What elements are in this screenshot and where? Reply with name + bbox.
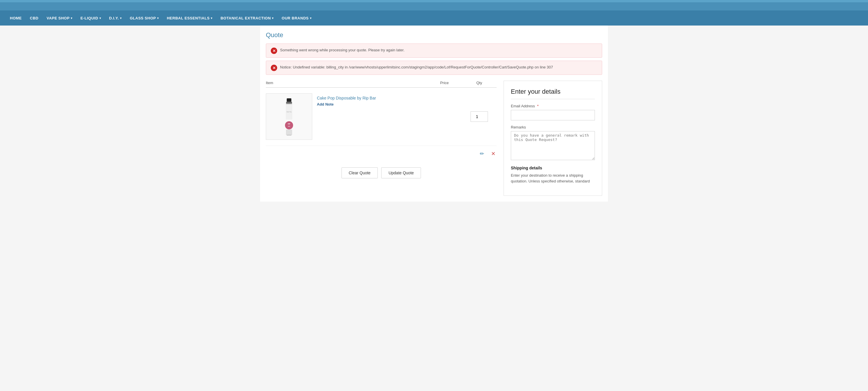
main-nav: HOME CBD VAPE SHOP ▾ E-LIQUID ▾ D.I.Y. ▾… — [0, 10, 868, 26]
top-accent — [0, 0, 868, 2]
quote-table-section: Item Price Qty — [266, 81, 497, 196]
remove-button[interactable]: ✕ — [490, 149, 497, 158]
nav-cbd[interactable]: CBD — [26, 16, 42, 20]
table-row: Cake Pop RIP BAR Cake Pop Disposable by … — [266, 90, 497, 143]
shipping-group: Shipping details Enter your destination … — [511, 166, 595, 184]
product-image: Cake Pop RIP BAR — [266, 93, 312, 140]
product-name-link[interactable]: Cake Pop Disposable by Rip Bar — [317, 96, 376, 100]
error-alert-1: ✕ Something went wrong while processing … — [266, 43, 602, 58]
svg-rect-10 — [287, 135, 291, 136]
svg-text:Cake Pop: Cake Pop — [286, 111, 292, 113]
nav-home[interactable]: HOME — [6, 16, 26, 20]
page-title: Quote — [266, 31, 602, 39]
quote-buttons-row: Clear Quote Update Quote — [266, 168, 497, 178]
nav-herbal-essentials[interactable]: HERBAL ESSENTIALS ▾ — [163, 16, 216, 20]
chevron-down-icon: ▾ — [272, 17, 274, 20]
qty-input[interactable] — [470, 111, 488, 122]
col-header-item: Item — [266, 81, 427, 85]
chevron-down-icon: ▾ — [71, 17, 72, 20]
svg-text:RIP: RIP — [288, 123, 290, 125]
svg-rect-9 — [286, 130, 292, 135]
page-content: Quote ✕ Something went wrong while proce… — [260, 26, 608, 202]
shipping-desc: Enter your destination to receive a ship… — [511, 173, 595, 184]
chevron-down-icon: ▾ — [157, 17, 159, 20]
nav-our-brands[interactable]: OUR BRANDS ▾ — [278, 16, 316, 20]
nav-botanical-extraction[interactable]: BOTANICAL EXTRACTION ▾ — [217, 16, 278, 20]
error-text-2: Notice: Undefined variable: billing_city… — [280, 64, 553, 70]
shipping-title: Shipping details — [511, 166, 595, 170]
nav-diy[interactable]: D.I.Y. ▾ — [105, 16, 126, 20]
top-bar — [0, 2, 868, 10]
error-icon-2: ✕ — [271, 65, 277, 71]
update-quote-button[interactable]: Update Quote — [381, 168, 421, 178]
remarks-form-group: Remarks — [511, 125, 595, 161]
svg-text:BAR: BAR — [288, 126, 290, 127]
remarks-textarea[interactable] — [511, 131, 595, 160]
item-info: Cake Pop Disposable by Rip Bar Add Note — [317, 93, 376, 107]
svg-rect-2 — [286, 102, 292, 103]
nav-glass-shop[interactable]: GLASS SHOP ▾ — [126, 16, 163, 20]
edit-button[interactable]: ✏ — [478, 149, 485, 158]
chevron-down-icon: ▾ — [99, 17, 101, 20]
error-alert-2: ✕ Notice: Undefined variable: billing_ci… — [266, 61, 602, 75]
email-label: Email Address * — [511, 104, 595, 108]
svg-rect-0 — [287, 98, 291, 102]
item-cell: Cake Pop RIP BAR Cake Pop Disposable by … — [266, 93, 427, 140]
chevron-down-icon: ▾ — [211, 17, 213, 20]
svg-rect-3 — [286, 103, 292, 104]
error-text-1: Something went wrong while processing yo… — [280, 47, 404, 53]
action-icons-row: ✏ ✕ — [266, 146, 497, 161]
table-header: Item Price Qty — [266, 81, 497, 88]
chevron-down-icon: ▾ — [310, 17, 312, 20]
remarks-label: Remarks — [511, 125, 595, 129]
error-icon-1: ✕ — [271, 48, 277, 54]
nav-vape-shop[interactable]: VAPE SHOP ▾ — [42, 16, 76, 20]
details-title: Enter your details — [511, 88, 595, 99]
main-layout: Item Price Qty — [266, 81, 602, 196]
col-header-price: Price — [427, 81, 462, 85]
col-header-qty: Qty — [462, 81, 497, 85]
clear-quote-button[interactable]: Clear Quote — [342, 168, 378, 178]
add-note-link[interactable]: Add Note — [317, 102, 376, 107]
required-star: * — [537, 104, 539, 108]
details-panel: Enter your details Email Address * Remar… — [503, 81, 602, 196]
email-input[interactable] — [511, 110, 595, 120]
email-form-group: Email Address * — [511, 104, 595, 120]
qty-cell — [462, 111, 497, 122]
product-image-svg: Cake Pop RIP BAR — [280, 98, 298, 136]
svg-point-6 — [285, 121, 293, 129]
nav-eliquid[interactable]: E-LIQUID ▾ — [76, 16, 105, 20]
chevron-down-icon: ▾ — [120, 17, 122, 20]
